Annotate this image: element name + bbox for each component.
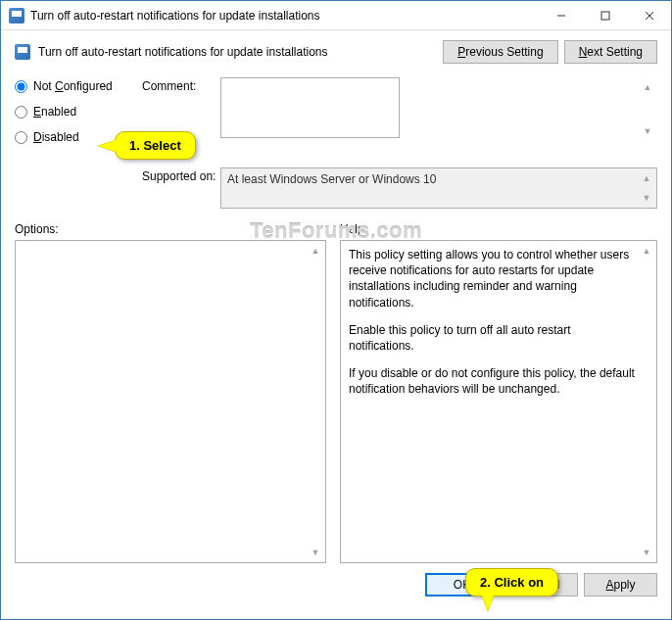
scroll-down-icon: ▼ (639, 190, 654, 206)
help-text-p3: If you disable or do not configure this … (349, 365, 637, 397)
maximize-button[interactable] (583, 1, 627, 29)
policy-icon (9, 8, 24, 24)
comment-label: Comment: (142, 77, 220, 93)
help-text-p1: This policy setting allows you to contro… (349, 247, 637, 310)
svg-rect-1 (601, 12, 609, 20)
minimize-button[interactable] (539, 1, 583, 29)
help-pane: This policy setting allows you to contro… (340, 240, 657, 563)
scroll-up-icon: ▲ (308, 243, 323, 259)
scroll-down-icon: ▼ (639, 545, 654, 560)
help-text-p2: Enable this policy to turn off all auto … (349, 322, 637, 354)
options-label: Options: (15, 222, 326, 236)
scroll-up-icon: ▲ (639, 243, 654, 259)
radio-disabled-input[interactable] (15, 131, 27, 144)
supported-on-box: At least Windows Server or Windows 10 ▲ … (220, 167, 657, 209)
options-pane: ▲ ▼ (15, 240, 326, 563)
close-button[interactable] (627, 1, 671, 29)
supported-on-text: At least Windows Server or Windows 10 (227, 172, 436, 186)
comment-textarea[interactable] (220, 77, 400, 138)
apply-button[interactable]: Apply (584, 573, 657, 596)
previous-setting-button[interactable]: Previous Setting (443, 40, 557, 64)
help-label: Help: (340, 222, 657, 236)
supported-scrollbar: ▲ ▼ (639, 170, 654, 206)
options-scrollbar[interactable]: ▲ ▼ (308, 243, 323, 560)
radio-enabled-input[interactable] (15, 106, 27, 119)
policy-title: Turn off auto-restart notifications for … (38, 45, 443, 59)
annotation-select: 1. Select (115, 131, 196, 160)
radio-not-configured-input[interactable] (15, 80, 27, 93)
next-setting-button[interactable]: Next Setting (564, 40, 657, 64)
help-scrollbar[interactable]: ▲ ▼ (639, 243, 654, 560)
window-title: Turn off auto-restart notifications for … (30, 9, 539, 23)
scroll-up-icon: ▲ (639, 170, 654, 186)
supported-label: Supported on: (142, 167, 220, 183)
annotation-click-on: 2. Click on (465, 568, 558, 596)
radio-enabled[interactable]: Enabled (15, 105, 142, 119)
policy-header-icon (15, 44, 30, 60)
radio-not-configured[interactable]: Not Configured (15, 79, 142, 93)
scroll-down-icon: ▼ (640, 123, 655, 139)
titlebar: Turn off auto-restart notifications for … (1, 1, 671, 30)
scroll-up-icon: ▲ (640, 79, 655, 95)
comment-scrollbar[interactable]: ▲ ▼ (640, 79, 655, 139)
scroll-down-icon: ▼ (308, 545, 323, 560)
